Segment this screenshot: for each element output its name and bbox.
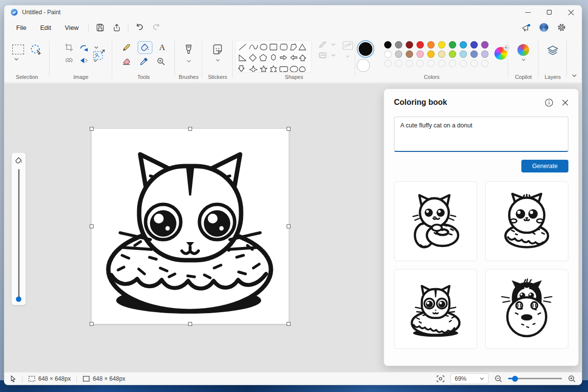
selection-handle-n[interactable]: [188, 127, 192, 131]
feedback-icon[interactable]: [518, 21, 535, 34]
palette-color[interactable]: [460, 41, 467, 49]
palette-empty-slot[interactable]: [416, 60, 424, 67]
maximize-button[interactable]: [539, 5, 560, 19]
palette-empty-slot[interactable]: [438, 60, 445, 67]
thumbnail-4[interactable]: [485, 269, 568, 349]
palette-empty-slot[interactable]: [406, 60, 413, 67]
paint-canvas[interactable]: [92, 129, 289, 324]
settings-gear-icon[interactable]: [553, 21, 570, 34]
palette-color[interactable]: [395, 41, 402, 49]
text-tool[interactable]: A: [158, 42, 166, 53]
section-selection: Selection: [4, 36, 49, 82]
palette-empty-slot[interactable]: [460, 60, 467, 67]
color2-swatch[interactable]: [357, 59, 370, 72]
palette-empty-slot[interactable]: [384, 60, 392, 67]
palette-color[interactable]: [395, 50, 402, 58]
prompt-input[interactable]: A cute fluffy cat on a donut: [394, 117, 568, 152]
palette-empty-slot[interactable]: [449, 60, 456, 67]
menu-edit[interactable]: Edit: [33, 21, 58, 34]
palette-empty-slot[interactable]: [427, 60, 435, 67]
palette-color[interactable]: [438, 50, 445, 58]
selection-handle-nw[interactable]: [90, 127, 94, 131]
hatch-pattern-tool[interactable]: [64, 56, 74, 65]
save-button[interactable]: [92, 21, 108, 34]
size-chevron[interactable]: [345, 55, 350, 58]
palette-color[interactable]: [427, 50, 435, 58]
palette-color[interactable]: [481, 50, 489, 58]
palette-color[interactable]: [470, 41, 478, 49]
palette-color[interactable]: [416, 50, 424, 58]
palette-color[interactable]: [449, 41, 456, 49]
palette-color[interactable]: [460, 50, 467, 58]
eraser-tool[interactable]: [121, 57, 132, 66]
generate-button[interactable]: Generate: [521, 160, 568, 172]
shapes-gallery[interactable]: [235, 40, 312, 73]
palette-color[interactable]: [406, 50, 413, 58]
menu-file[interactable]: File: [9, 21, 33, 34]
fill-tool-selected[interactable]: [138, 41, 152, 54]
thumbnail-3[interactable]: [394, 269, 477, 349]
palette-color[interactable]: [384, 50, 392, 58]
pencil-tool[interactable]: [121, 42, 132, 53]
rotate-tool[interactable]: [78, 43, 90, 52]
free-select-tool[interactable]: [29, 43, 43, 56]
palette-empty-slot[interactable]: [470, 60, 478, 67]
shape-outline-option[interactable]: [318, 41, 336, 48]
copilot-chevron[interactable]: [521, 58, 526, 61]
stroke-size-icon[interactable]: [343, 41, 353, 50]
layers-tool[interactable]: [545, 44, 560, 58]
rect-select-tool[interactable]: [11, 44, 25, 55]
close-button[interactable]: [560, 5, 582, 19]
palette-color[interactable]: [438, 41, 445, 49]
selection-handle-w[interactable]: [90, 224, 94, 228]
zoom-slider[interactable]: [508, 378, 562, 379]
palette-color[interactable]: [416, 41, 424, 49]
color-picker-wheel[interactable]: +: [494, 47, 507, 60]
palette-empty-slot[interactable]: [395, 60, 402, 67]
panel-close-icon[interactable]: [562, 99, 568, 106]
fit-to-screen-icon[interactable]: [437, 375, 444, 382]
tolerance-slider[interactable]: [18, 169, 20, 301]
selection-handle-ne[interactable]: [287, 127, 291, 131]
brushes-tool[interactable]: [183, 43, 194, 58]
menu-view[interactable]: View: [58, 21, 85, 34]
crop-tool[interactable]: [64, 42, 74, 53]
palette-color[interactable]: [427, 41, 435, 49]
info-icon[interactable]: [545, 98, 553, 107]
palette-empty-slot[interactable]: [481, 60, 489, 67]
account-avatar[interactable]: [539, 23, 548, 32]
palette-color[interactable]: [406, 41, 413, 49]
ribbon-collapse-chevron[interactable]: [572, 74, 577, 77]
share-button[interactable]: [108, 21, 125, 34]
thumbnail-1[interactable]: [394, 181, 477, 261]
zoom-out-icon[interactable]: [494, 375, 502, 383]
tolerance-slider-thumb[interactable]: [16, 296, 22, 302]
redo-button[interactable]: [148, 21, 165, 34]
palette-color[interactable]: [384, 41, 392, 49]
eyedropper-tool[interactable]: [139, 56, 149, 67]
minimize-button[interactable]: [517, 5, 539, 19]
thumbnail-2[interactable]: [485, 181, 568, 261]
selection-handle-e[interactable]: [287, 224, 291, 228]
flip-tool[interactable]: [78, 56, 89, 65]
brushes-chevron[interactable]: [187, 60, 191, 63]
zoom-level-dropdown[interactable]: 69%: [450, 373, 489, 384]
magnifier-tool[interactable]: [156, 56, 166, 67]
palette-color[interactable]: [481, 41, 489, 49]
selection-dropdown-chevron[interactable]: [14, 58, 19, 61]
stickers-tool[interactable]: [211, 43, 224, 57]
resize-tool[interactable]: [92, 49, 106, 62]
palette-color[interactable]: [449, 50, 456, 58]
zoom-slider-thumb[interactable]: [512, 376, 518, 382]
canvas-workarea[interactable]: Coloring book A cute fluffy cat on a don…: [4, 83, 582, 372]
copilot-icon[interactable]: [517, 44, 529, 56]
zoom-in-icon[interactable]: [568, 375, 576, 383]
shape-fill-option[interactable]: [318, 52, 336, 59]
selection-handle-sw[interactable]: [90, 322, 94, 326]
palette-color[interactable]: [470, 50, 478, 58]
selection-handle-se[interactable]: [287, 322, 291, 326]
undo-button[interactable]: [131, 21, 148, 34]
color1-swatch-selected[interactable]: [358, 41, 373, 57]
selection-handle-s[interactable]: [188, 322, 192, 326]
stickers-chevron[interactable]: [216, 59, 220, 62]
